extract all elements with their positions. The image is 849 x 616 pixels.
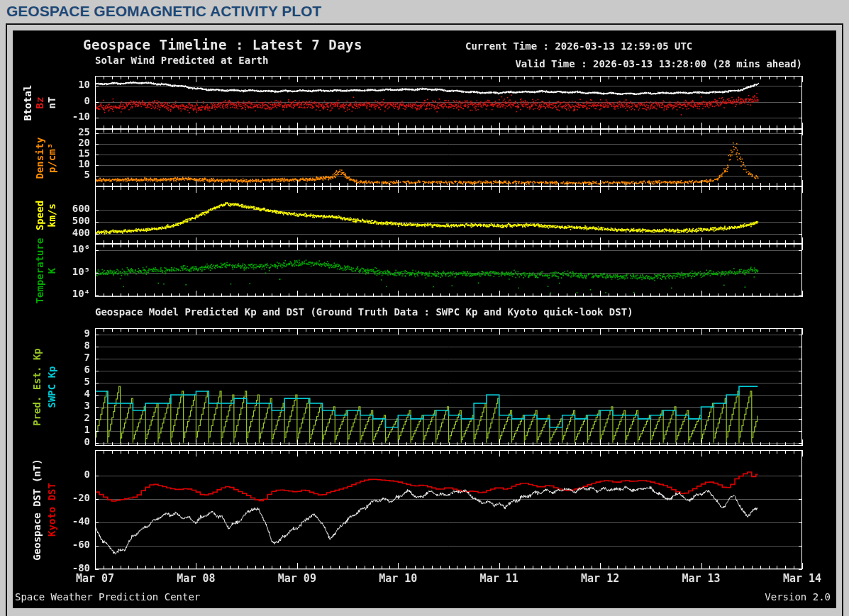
y-tick-label-temperature: 10⁴ bbox=[48, 288, 90, 299]
plot-area: Geospace Timeline : Latest 7 Days Curren… bbox=[13, 30, 836, 608]
y-tick-label-kp: 0 bbox=[48, 436, 90, 447]
axis-label-bz: Bz bbox=[34, 96, 45, 108]
y-tick-label-kp: 1 bbox=[48, 424, 90, 435]
x-tick-label: Mar 07 bbox=[76, 572, 114, 585]
y-tick-label-dst: -60 bbox=[48, 539, 90, 550]
x-tick-label: Mar 10 bbox=[379, 572, 417, 585]
plot-title: Geospace Timeline : Latest 7 Days bbox=[83, 37, 362, 52]
footer-swpc-label: Space Weather Prediction Center bbox=[15, 591, 200, 603]
timeseries-plot-canvas bbox=[13, 30, 836, 608]
current-time-label: Current Time : 2026-03-13 12:59:05 UTC bbox=[465, 40, 692, 52]
y-tick-label-kp: 8 bbox=[48, 340, 90, 351]
page-title: GEOSPACE GEOMAGNETIC ACTIVITY PLOT bbox=[6, 3, 321, 20]
y-tick-label-kp: 2 bbox=[48, 412, 90, 423]
y-tick-label-kp: 7 bbox=[48, 352, 90, 363]
subtitle-geospace-model: Geospace Model Predicted Kp and DST (Gro… bbox=[95, 306, 633, 318]
y-tick-label-kp: 9 bbox=[48, 327, 90, 339]
axis-label-kyoto-dst: Kyoto DST bbox=[46, 483, 57, 537]
y-tick-label-solar-wind-b: -10 bbox=[48, 111, 90, 122]
axis-label-k: K bbox=[46, 267, 57, 273]
axis-label-density: Density bbox=[34, 137, 45, 179]
axis-label-speed: Speed bbox=[34, 200, 45, 230]
y-tick-label-speed: 400 bbox=[48, 227, 90, 238]
axis-label-swpc-kp: SWPC Kp bbox=[46, 366, 57, 408]
x-tick-label: Mar 12 bbox=[581, 572, 619, 585]
axis-label-geospace-dst-nt: Geospace DST (nT) bbox=[31, 459, 43, 560]
y-tick-label-density: 25 bbox=[48, 126, 90, 138]
axis-label-pred-est-kp: Pred. Est. Kp bbox=[31, 348, 43, 426]
x-tick-label: Mar 14 bbox=[783, 572, 821, 585]
axis-label-p-cm: p/cm³ bbox=[46, 142, 57, 172]
x-tick-label: Mar 13 bbox=[682, 572, 720, 585]
axis-label-temperature: Temperature bbox=[34, 237, 45, 303]
axis-label-km-s: km/s bbox=[46, 203, 57, 228]
x-tick-label: Mar 08 bbox=[177, 572, 215, 585]
y-tick-label-temperature: 10⁶ bbox=[48, 243, 90, 254]
axis-label-btotal: Btotal bbox=[22, 84, 33, 121]
y-tick-label-solar-wind-b: 10 bbox=[48, 79, 90, 90]
x-tick-label: Mar 11 bbox=[480, 572, 518, 585]
plot-frame: Geospace Timeline : Latest 7 Days Curren… bbox=[6, 23, 843, 616]
footer-version-label: Version 2.0 bbox=[765, 591, 831, 603]
x-tick-label: Mar 09 bbox=[278, 572, 316, 585]
subtitle-solar-wind: Solar Wind Predicted at Earth bbox=[95, 55, 268, 66]
y-tick-label-dst: 0 bbox=[48, 469, 90, 480]
axis-label-nt: nT bbox=[46, 96, 57, 108]
valid-time-label: Valid Time : 2026-03-13 13:28:00 (28 min… bbox=[515, 58, 802, 69]
